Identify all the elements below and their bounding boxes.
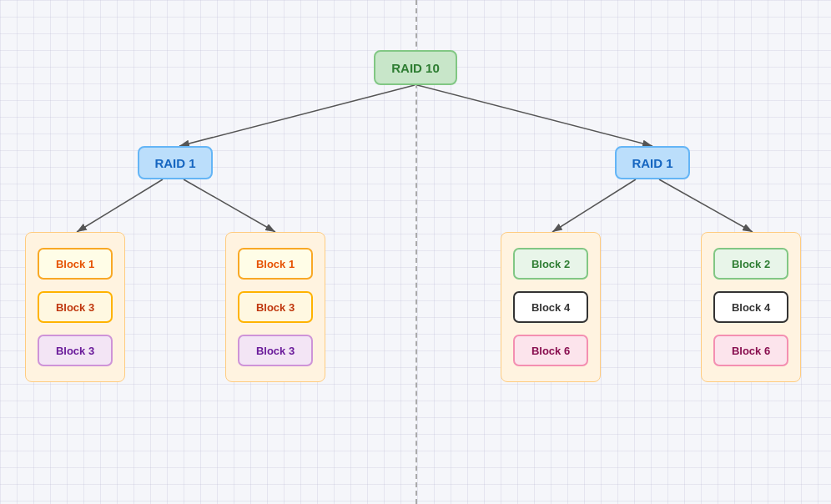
block-item: Block 6 [713,335,788,366]
disk-column-3: Block 2 Block 4 Block 6 [501,232,601,382]
raid1-left-label: RAID 1 [154,156,195,170]
svg-line-2 [417,85,652,146]
svg-line-6 [659,179,753,232]
raid1-right-label: RAID 1 [632,156,672,170]
block-item: Block 4 [713,291,788,323]
block-item: Block 1 [38,248,113,280]
disk-column-4: Block 2 Block 4 Block 6 [701,232,801,382]
block-item: Block 3 [238,335,313,366]
block-item: Block 4 [513,291,588,323]
svg-line-3 [77,179,163,232]
raid1-left-node: RAID 1 [138,146,213,179]
svg-line-1 [179,85,415,146]
block-item: Block 3 [238,291,313,323]
block-item: Block 2 [513,248,588,280]
raid10-node: RAID 10 [374,50,457,85]
block-item: Block 3 [38,335,113,366]
raid10-label: RAID 10 [391,61,440,75]
disk-column-2: Block 1 Block 3 Block 3 [225,232,325,382]
block-item: Block 6 [513,335,588,366]
block-item: Block 2 [713,248,788,280]
block-item: Block 3 [38,291,113,323]
svg-line-5 [552,179,636,232]
block-item: Block 1 [238,248,313,280]
svg-line-4 [184,179,275,232]
raid1-right-node: RAID 1 [615,146,690,179]
disk-column-1: Block 1 Block 3 Block 3 [25,232,125,382]
